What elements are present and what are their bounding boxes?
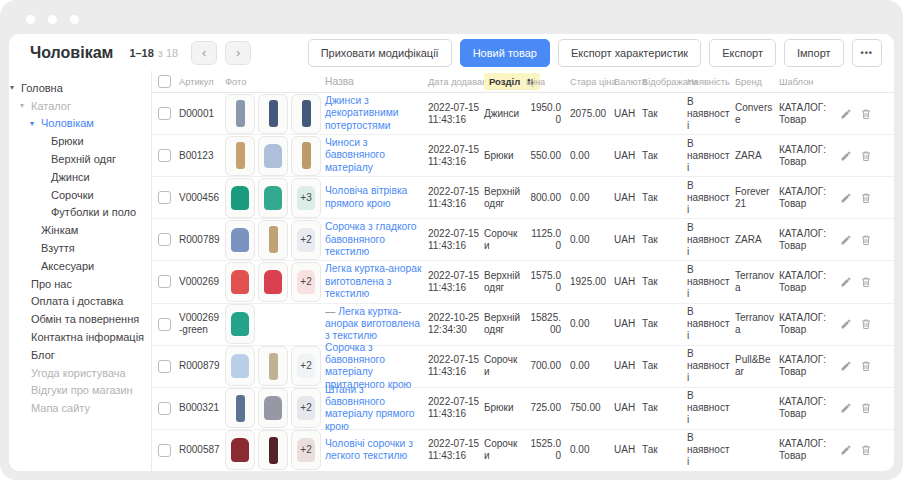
edit-button[interactable] xyxy=(840,192,852,204)
product-photo[interactable] xyxy=(258,136,288,176)
delete-button[interactable] xyxy=(860,276,872,288)
sidebar-item-12[interactable]: Оплата і доставка xyxy=(9,293,151,311)
product-name-link[interactable]: Сорочка з гладкого бавовняного текстилю xyxy=(325,221,417,257)
column-header-name[interactable]: Назва xyxy=(325,76,428,87)
product-photo[interactable] xyxy=(225,220,255,260)
sidebar-item-3[interactable]: Брюки xyxy=(9,132,151,150)
sidebar-item-10[interactable]: Аксесуари xyxy=(9,257,151,275)
row-checkbox[interactable] xyxy=(158,444,171,457)
product-photo[interactable] xyxy=(258,388,288,428)
product-name-link[interactable]: Сорочка з бавовняного матеріалу притален… xyxy=(325,342,411,390)
sidebar-item-2[interactable]: ▾Чоловікам xyxy=(9,115,151,133)
product-photo[interactable] xyxy=(225,304,255,344)
window-control-dot[interactable] xyxy=(26,15,35,24)
product-name-link[interactable]: Чиноси з бавовняного матеріалу xyxy=(325,137,385,173)
edit-button[interactable] xyxy=(840,444,852,456)
photo-more-badge[interactable]: +2 xyxy=(291,430,321,470)
sidebar-item-13[interactable]: Обмін та повернення xyxy=(9,310,151,328)
edit-button[interactable] xyxy=(840,276,852,288)
column-header-template[interactable]: Шаблон xyxy=(779,77,841,87)
sidebar-item-11[interactable]: Про нас xyxy=(9,275,151,293)
new-product-button[interactable]: Новий товар xyxy=(460,39,550,67)
delete-button[interactable] xyxy=(860,402,872,414)
delete-button[interactable] xyxy=(860,444,872,456)
delete-button[interactable] xyxy=(860,150,872,162)
sidebar-item-16[interactable]: Угода користувача xyxy=(9,364,151,382)
sidebar-item-18[interactable]: Мапа сайту xyxy=(9,399,151,417)
edit-button[interactable] xyxy=(840,318,852,330)
photo-more-badge[interactable]: +2 xyxy=(291,346,321,386)
row-checkbox[interactable] xyxy=(158,318,171,331)
column-header-brand[interactable]: Бренд xyxy=(735,77,779,87)
edit-button[interactable] xyxy=(840,402,852,414)
sidebar-item-15[interactable]: Блог xyxy=(9,346,151,364)
product-photo[interactable] xyxy=(291,94,321,134)
column-header-currency[interactable]: Валюта xyxy=(614,77,642,87)
product-name-link[interactable]: Легка куртка-анорак виготовлена з тексти… xyxy=(325,306,420,342)
delete-button[interactable] xyxy=(860,360,872,372)
more-actions-button[interactable]: ••• xyxy=(852,39,882,67)
product-name-link[interactable]: Чоловіча вітрівка прямого крою xyxy=(325,185,407,208)
import-button[interactable]: Імпорт xyxy=(784,39,844,67)
product-photo[interactable] xyxy=(225,136,255,176)
delete-button[interactable] xyxy=(860,234,872,246)
photo-more-badge[interactable]: +2 xyxy=(291,388,321,428)
product-name-link[interactable]: Легка куртка-анорак виготовлена з тексти… xyxy=(325,263,421,299)
product-photo[interactable] xyxy=(225,346,255,386)
column-header-old_price[interactable]: Стара ціна xyxy=(570,77,614,87)
window-control-dot[interactable] xyxy=(48,15,57,24)
column-header-section[interactable]: Розділ xyxy=(484,73,526,90)
product-name-link[interactable]: Джинси з декоративними потертостями xyxy=(325,95,399,131)
window-control-dot[interactable] xyxy=(70,15,79,24)
column-header-display[interactable]: Відображати xyxy=(642,77,687,87)
product-name-link[interactable]: Чоловічі сорочки з легкого текстилю xyxy=(325,438,413,461)
column-header-photo[interactable]: Фото xyxy=(225,77,325,87)
product-photo[interactable] xyxy=(225,178,255,218)
product-photo[interactable] xyxy=(225,262,255,302)
sidebar-item-1[interactable]: ▾Каталог xyxy=(9,97,151,115)
edit-button[interactable] xyxy=(840,108,852,120)
product-photo[interactable] xyxy=(258,220,288,260)
row-checkbox[interactable] xyxy=(158,149,171,162)
select-all-checkbox[interactable] xyxy=(158,75,171,88)
hide-modifications-button[interactable]: Приховати модифікації xyxy=(308,39,452,67)
next-page-button[interactable]: › xyxy=(225,41,251,65)
row-checkbox[interactable] xyxy=(158,360,171,373)
row-checkbox[interactable] xyxy=(158,233,171,246)
product-photo[interactable] xyxy=(258,178,288,218)
export-button[interactable]: Експорт xyxy=(709,39,776,67)
photo-more-badge[interactable]: +2 xyxy=(291,262,321,302)
product-photo[interactable] xyxy=(258,94,288,134)
row-checkbox[interactable] xyxy=(158,275,171,288)
delete-button[interactable] xyxy=(860,318,872,330)
sidebar-item-6[interactable]: Сорочки xyxy=(9,186,151,204)
column-header-availability[interactable]: Наявність xyxy=(687,77,735,87)
edit-button[interactable] xyxy=(840,234,852,246)
row-checkbox[interactable] xyxy=(158,107,171,120)
column-header-date[interactable]: Дата додавання xyxy=(428,77,484,87)
product-photo[interactable] xyxy=(225,430,255,470)
delete-button[interactable] xyxy=(860,192,872,204)
sidebar-item-0[interactable]: ▾Головна xyxy=(9,79,151,97)
row-checkbox[interactable] xyxy=(158,402,171,415)
column-header-price[interactable]: Ціна xyxy=(526,77,570,87)
export-characteristics-button[interactable]: Експорт характеристик xyxy=(558,39,701,67)
sidebar-item-5[interactable]: Джинси xyxy=(9,168,151,186)
sidebar-item-4[interactable]: Верхній одяг xyxy=(9,150,151,168)
delete-button[interactable] xyxy=(860,108,872,120)
sidebar-item-9[interactable]: Взуття xyxy=(9,239,151,257)
product-photo[interactable] xyxy=(258,346,288,386)
prev-page-button[interactable]: ‹ xyxy=(191,41,217,65)
product-photo[interactable] xyxy=(258,262,288,302)
sidebar-item-8[interactable]: Жінкам xyxy=(9,221,151,239)
photo-more-badge[interactable]: +3 xyxy=(291,178,321,218)
product-photo[interactable] xyxy=(291,136,321,176)
product-photo[interactable] xyxy=(225,94,255,134)
sidebar-item-17[interactable]: Відгуки про магазин xyxy=(9,382,151,400)
edit-button[interactable] xyxy=(840,360,852,372)
edit-button[interactable] xyxy=(840,150,852,162)
product-photo[interactable] xyxy=(258,430,288,470)
sidebar-item-14[interactable]: Контактна інформація xyxy=(9,328,151,346)
photo-more-badge[interactable]: +2 xyxy=(291,220,321,260)
product-name-link[interactable]: Штани з бавовняного матеріалу прямого кр… xyxy=(325,384,415,432)
